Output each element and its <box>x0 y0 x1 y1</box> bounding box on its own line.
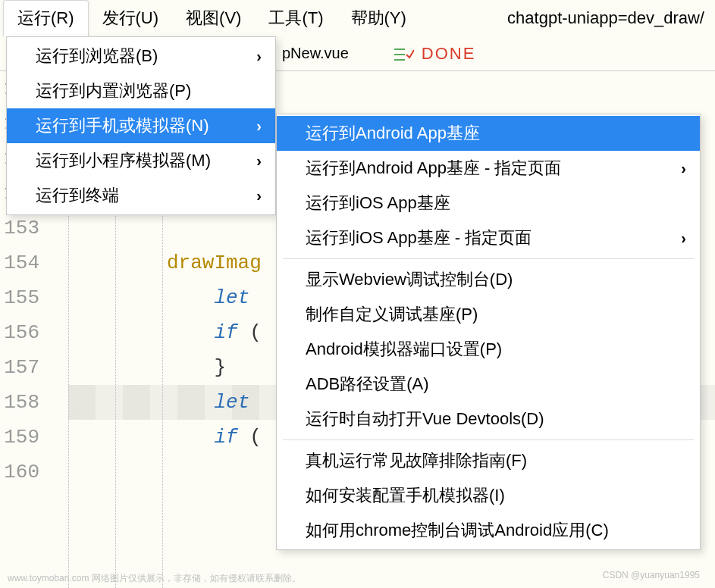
chevron-right-icon: › <box>256 48 262 65</box>
chevron-right-icon: › <box>256 152 262 170</box>
line-number: 157 <box>0 350 39 385</box>
menu-item[interactable]: 运行到小程序模拟器(M)› <box>7 143 275 178</box>
run-device-submenu: 运行到Android App基座运行到Android App基座 - 指定页面›… <box>276 114 701 550</box>
line-number: 160 <box>0 455 39 489</box>
menu-tools[interactable]: 工具(T) <box>255 1 337 36</box>
done-label: DONE <box>422 44 476 64</box>
menu-separator <box>283 439 694 440</box>
menu-view[interactable]: 视图(V) <box>172 1 255 36</box>
chevron-right-icon: › <box>256 117 262 135</box>
line-number: 156 <box>0 315 39 350</box>
watermark-author: CSDN @yuanyuan1995 <box>603 570 700 580</box>
line-number: 153 <box>0 211 39 246</box>
submenu-item[interactable]: 运行时自动打开Vue Devtools(D) <box>277 402 700 436</box>
submenu-item[interactable]: 运行到iOS App基座 - 指定页面› <box>277 220 700 255</box>
menu-item[interactable]: 运行到终端› <box>7 178 275 213</box>
submenu-item[interactable]: 显示Webview调试控制台(D) <box>277 262 700 297</box>
menu-item[interactable]: 运行到手机或模拟器(N)› <box>7 108 275 143</box>
menu-run[interactable]: 运行(R) <box>3 0 89 36</box>
submenu-item[interactable]: 运行到Android App基座 - 指定页面› <box>277 151 700 186</box>
line-number: 158 <box>0 385 39 420</box>
chevron-right-icon: › <box>681 230 686 247</box>
tab-label: pNew.vue <box>282 45 349 62</box>
submenu-item[interactable]: 真机运行常见故障排除指南(F) <box>277 443 700 478</box>
list-check-icon <box>394 47 412 61</box>
submenu-item[interactable]: 如何用chrome控制台调试Android应用(C) <box>277 513 700 548</box>
submenu-item[interactable]: 运行到Android App基座 <box>277 116 700 151</box>
line-number: 155 <box>0 280 39 315</box>
submenu-item[interactable]: 如何安装配置手机模拟器(I) <box>277 478 700 513</box>
submenu-item[interactable]: 制作自定义调试基座(P) <box>277 297 700 332</box>
line-number: 159 <box>0 420 39 455</box>
menu-separator <box>283 258 694 259</box>
run-menu-dropdown: 运行到浏览器(B)›运行到内置浏览器(P)运行到手机或模拟器(N)›运行到小程序… <box>6 36 276 215</box>
submenu-item[interactable]: 运行到iOS App基座 <box>277 186 700 220</box>
menu-help[interactable]: 帮助(Y) <box>337 1 420 36</box>
menubar: 运行(R) 发行(U) 视图(V) 工具(T) 帮助(Y) chatgpt-un… <box>0 0 715 36</box>
breadcrumb: chatgpt-uniapp=dev_draw/ <box>507 8 712 28</box>
menu-item[interactable]: 运行到内置浏览器(P) <box>7 74 275 108</box>
menu-publish[interactable]: 发行(U) <box>89 1 173 36</box>
watermark: www.toymoban.com 网络图片仅供展示，非存储，如有侵权请联系删除。 <box>8 572 301 585</box>
menu-item[interactable]: 运行到浏览器(B)› <box>7 39 275 74</box>
done-indicator[interactable]: DONE <box>394 44 476 64</box>
editor-tab[interactable]: pNew.vue <box>273 45 372 62</box>
chevron-right-icon: › <box>256 187 262 205</box>
chevron-right-icon: › <box>681 160 686 177</box>
submenu-item[interactable]: ADB路径设置(A) <box>277 367 700 402</box>
submenu-item[interactable]: Android模拟器端口设置(P) <box>277 332 700 367</box>
line-number: 154 <box>0 246 39 280</box>
